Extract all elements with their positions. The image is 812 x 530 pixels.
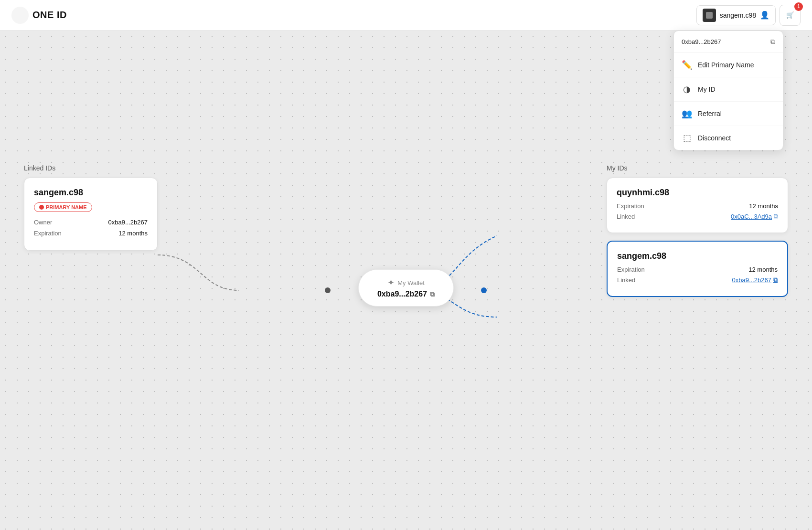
dropdown-item-referral[interactable]: 👥 Referral: [674, 102, 783, 126]
my-id-linked-row-sangem: Linked 0xba9...2b267 ⧉: [617, 276, 778, 284]
owner-label: Owner: [34, 219, 52, 226]
wallet-icon: ✦: [387, 277, 395, 288]
wallet-address-text: 0xba9...2b267: [377, 290, 427, 298]
svg-point-0: [11, 7, 29, 24]
linked-address-text-sangem: 0xba9...2b267: [732, 276, 771, 284]
logo-text: ONE ID: [32, 10, 67, 21]
referral-icon: 👥: [682, 108, 692, 119]
linked-id-card: sangem.c98 PRIMARY NAME Owner 0xba9...2b…: [24, 178, 158, 251]
my-id-expiration-row-sangem: Expiration 12 months: [617, 266, 778, 273]
linked-label-sangem: Linked: [617, 276, 635, 284]
linked-address-copy-icon-sangem: ⧉: [773, 276, 778, 284]
linked-card-owner-row: Owner 0xba9...2b267: [34, 219, 148, 226]
my-id-expiration-row-quynhmi: Expiration 12 months: [617, 202, 778, 210]
linked-ids-label: Linked IDs: [24, 164, 158, 172]
user-name: sangem.c98: [720, 11, 756, 19]
expiration-label-sangem: Expiration: [617, 266, 645, 273]
cart-button[interactable]: 🛒 1: [780, 5, 801, 26]
primary-badge: PRIMARY NAME: [34, 202, 92, 212]
linked-address-text-quynhmi: 0x0aC...3Ad9a: [731, 213, 772, 220]
linked-address-quynhmi[interactable]: 0x0aC...3Ad9a ⧉: [731, 212, 778, 220]
edit-icon: ✏️: [682, 60, 692, 70]
user-button[interactable]: sangem.c98 👤: [696, 5, 776, 25]
my-id-card-title-quynhmi: quynhmi.c98: [617, 188, 778, 198]
logo-icon: [11, 7, 29, 24]
linked-address-copy-icon-quynhmi: ⧉: [774, 212, 778, 220]
cart-badge: 1: [794, 2, 803, 11]
copy-address-icon[interactable]: ⧉: [770, 38, 775, 46]
cart-icon: 🛒: [786, 11, 794, 19]
wallet-node: ✦ My Wallet 0xba9...2b267 ⧉: [358, 269, 454, 307]
my-id-card-quynhmi[interactable]: quynhmi.c98 Expiration 12 months Linked …: [607, 178, 788, 233]
dropdown-item-my-id[interactable]: ◑ My ID: [674, 77, 783, 102]
wallet-dot-right: [481, 287, 487, 293]
header: ONE ID sangem.c98 👤 🛒 1: [0, 0, 812, 31]
my-id-card-title-sangem: sangem.c98: [617, 251, 778, 261]
primary-badge-icon: [39, 205, 44, 210]
linked-ids-section: Linked IDs sangem.c98 PRIMARY NAME Owner…: [24, 164, 158, 251]
disconnect-icon: ⬚: [682, 133, 692, 143]
header-right: sangem.c98 👤 🛒 1: [696, 5, 801, 26]
expiration-value: 12 months: [118, 230, 148, 237]
expiration-label: Expiration: [34, 230, 62, 237]
referral-label: Referral: [698, 110, 722, 117]
my-ids-label: My IDs: [607, 164, 788, 172]
dropdown-menu: 0xba9...2b267 ⧉ ✏️ Edit Primary Name ◑ M…: [673, 31, 783, 150]
user-avatar-inner: [706, 12, 713, 19]
wallet-copy-icon[interactable]: ⧉: [430, 290, 435, 298]
wallet-dot-left: [325, 287, 331, 293]
user-avatar: [703, 9, 716, 22]
logo: ONE ID: [11, 7, 67, 24]
owner-value: 0xba9...2b267: [108, 219, 148, 226]
edit-primary-name-label: Edit Primary Name: [698, 61, 754, 69]
my-id-card-sangem[interactable]: sangem.c98 Expiration 12 months Linked 0…: [607, 241, 788, 297]
linked-card-expiration-row: Expiration 12 months: [34, 230, 148, 237]
dropdown-item-disconnect[interactable]: ⬚ Disconnect: [674, 126, 783, 150]
linked-card-title: sangem.c98: [34, 188, 148, 198]
my-id-icon: ◑: [682, 84, 692, 95]
my-id-linked-row-quynhmi: Linked 0x0aC...3Ad9a ⧉: [617, 212, 778, 220]
user-profile-icon: 👤: [760, 11, 769, 20]
my-id-label: My ID: [698, 85, 716, 93]
dropdown-item-edit-primary-name[interactable]: ✏️ Edit Primary Name: [674, 53, 783, 77]
disconnect-label: Disconnect: [698, 134, 731, 142]
dropdown-address-text: 0xba9...2b267: [682, 38, 721, 45]
wallet-address: 0xba9...2b267 ⧉: [377, 290, 435, 298]
expiration-label-quynhmi: Expiration: [617, 202, 644, 210]
expiration-value-quynhmi: 12 months: [749, 202, 778, 210]
wallet-label-text: My Wallet: [397, 279, 425, 286]
expiration-value-sangem: 12 months: [748, 266, 778, 273]
linked-address-sangem[interactable]: 0xba9...2b267 ⧉: [732, 276, 778, 284]
wallet-label: ✦ My Wallet: [387, 277, 425, 288]
dropdown-address-row: 0xba9...2b267 ⧉: [674, 31, 783, 53]
my-ids-section: My IDs quynhmi.c98 Expiration 12 months …: [607, 164, 788, 305]
linked-label-quynhmi: Linked: [617, 213, 635, 220]
primary-badge-text: PRIMARY NAME: [46, 204, 87, 210]
